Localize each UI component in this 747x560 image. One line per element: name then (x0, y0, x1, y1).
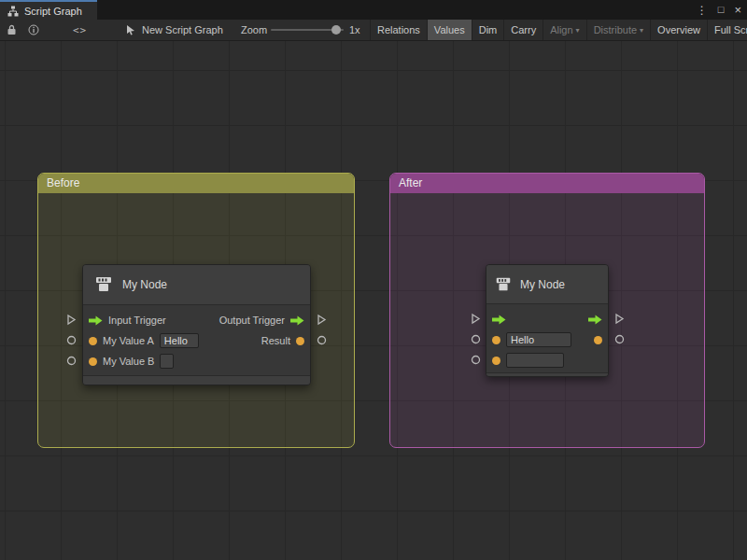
input-trigger-label: Input Trigger (108, 315, 166, 326)
output-trigger-port[interactable] (588, 315, 602, 325)
script-graph-icon (7, 6, 19, 17)
chevron-down-icon: ▾ (640, 26, 643, 35)
value-b-row: My Value B (83, 351, 310, 371)
output-trigger-label: Output Trigger (219, 315, 285, 326)
after-ext-output-trigger-port[interactable] (614, 313, 625, 325)
before-ext-output-trigger-port[interactable] (317, 314, 327, 326)
zoom-slider[interactable] (271, 20, 344, 40)
window-controls: ⋮ □ × (697, 0, 741, 20)
node-footer (83, 375, 310, 385)
before-ext-value-b-port[interactable] (66, 356, 77, 366)
overview-label: Overview (657, 24, 700, 35)
tab-script-graph[interactable]: Script Graph (0, 0, 97, 20)
close-icon[interactable]: × (734, 4, 741, 16)
lock-icon[interactable] (7, 20, 17, 40)
zoom-slider-knob[interactable] (331, 25, 341, 35)
input-trigger-port[interactable] (492, 315, 506, 325)
before-ext-result-port[interactable] (317, 335, 327, 345)
fullscreen-label: Full Scr (714, 24, 747, 35)
value-b-port[interactable] (89, 357, 97, 366)
unity-script-graph-window: Script Graph ⋮ □ × <> (0, 0, 747, 560)
output-trigger-port[interactable] (290, 315, 304, 326)
values-button[interactable]: Values (427, 20, 472, 40)
value-a-input[interactable] (506, 332, 571, 347)
graph-selector[interactable]: New Script Graph (125, 20, 223, 40)
align-label: Align (550, 24, 572, 35)
value-b-port[interactable] (492, 357, 500, 365)
tab-title: Script Graph (24, 6, 82, 17)
graph-pointer-icon (125, 24, 136, 35)
value-b-input[interactable] (506, 353, 564, 368)
carry-button[interactable]: Carry (503, 20, 543, 40)
graph-name: New Script Graph (142, 24, 223, 35)
align-dropdown[interactable]: Align ▾ (543, 20, 585, 40)
dim-button[interactable]: Dim (472, 20, 504, 40)
value-b-input[interactable] (160, 354, 174, 369)
after-ext-result-port[interactable] (614, 334, 625, 344)
code-preview-icon[interactable]: <> (73, 20, 87, 40)
result-label: Result (261, 335, 290, 346)
group-after-title: After (399, 176, 422, 189)
node-my-node-after[interactable]: My Node (486, 264, 609, 377)
value-a-label: My Value A (103, 335, 154, 346)
zoom-label: Zoom (241, 20, 267, 40)
before-ext-input-trigger-port[interactable] (66, 314, 77, 326)
maximize-icon[interactable]: □ (718, 5, 725, 15)
value-a-port[interactable] (89, 337, 97, 345)
node-ports (486, 304, 608, 372)
group-before-title: Before (47, 176, 79, 189)
result-port[interactable] (296, 337, 304, 345)
after-ext-value-a-port[interactable] (471, 334, 481, 344)
node-footer (486, 372, 608, 376)
before-ext-value-a-port[interactable] (66, 335, 77, 345)
after-ext-input-trigger-port[interactable] (471, 313, 481, 325)
value-b-row (486, 350, 608, 371)
dim-label: Dim (479, 24, 498, 35)
chevron-down-icon: ▾ (576, 26, 580, 35)
distribute-dropdown[interactable]: Distribute ▾ (586, 20, 650, 40)
node-title: My Node (122, 278, 167, 291)
fullscreen-button[interactable]: Full Scr (707, 20, 747, 40)
values-label: Values (434, 24, 465, 35)
my-node-icon (93, 274, 114, 295)
result-port[interactable] (594, 336, 602, 344)
node-my-node-before[interactable]: My Node Input Trigger Output Trigger (82, 264, 311, 385)
my-node-icon (494, 275, 513, 294)
value-a-port[interactable] (492, 336, 500, 344)
after-ext-value-b-port[interactable] (471, 355, 481, 365)
group-before-header[interactable]: Before (38, 174, 354, 193)
node-header[interactable]: My Node (486, 265, 608, 304)
zoom-value: 1x (349, 20, 360, 40)
trigger-row (486, 309, 608, 329)
overview-button[interactable]: Overview (650, 20, 707, 40)
value-a-input[interactable] (160, 333, 199, 348)
kebab-menu-icon[interactable]: ⋮ (697, 5, 708, 16)
input-trigger-port[interactable] (89, 315, 103, 326)
graph-canvas[interactable]: Before After My Nod (0, 41, 747, 560)
value-b-label: My Value B (103, 356, 154, 367)
tab-bar: Script Graph ⋮ □ × (0, 0, 747, 20)
node-title: My Node (520, 278, 565, 291)
toolbar-buttons: Relations Values Dim Carry Align ▾ Distr… (370, 20, 747, 40)
value-a-row: My Value A Result (83, 330, 310, 351)
value-a-row (486, 329, 608, 350)
graph-toolbar: <> New Script Graph Zoom 1x Relations Va… (0, 20, 747, 41)
info-icon[interactable] (28, 20, 39, 40)
relations-label: Relations (377, 24, 420, 35)
distribute-label: Distribute (594, 24, 637, 35)
trigger-row: Input Trigger Output Trigger (83, 310, 310, 330)
relations-button[interactable]: Relations (370, 20, 427, 40)
node-ports: Input Trigger Output Trigger My Value A (83, 305, 310, 375)
node-header[interactable]: My Node (83, 265, 310, 305)
group-after-header[interactable]: After (390, 174, 704, 193)
carry-label: Carry (511, 24, 536, 35)
